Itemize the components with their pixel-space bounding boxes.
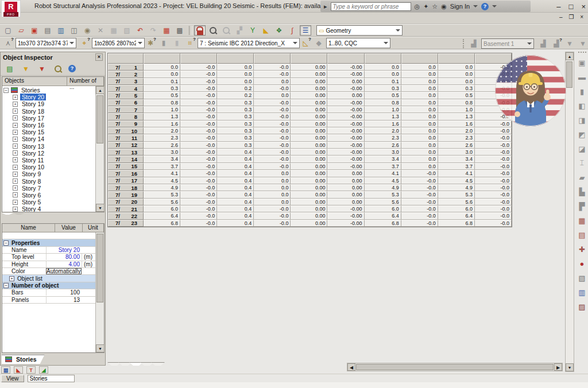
grid-unit-header[interactable]: Unit	[83, 224, 104, 232]
row-header[interactable]: 7/6	[108, 99, 144, 106]
new-file-icon[interactable]: ▢	[2, 25, 14, 36]
inspector-close-icon[interactable]: ×	[95, 53, 103, 61]
tree-scrollbar[interactable]: ▲ ▼	[95, 86, 104, 212]
tree-scroll-up-icon[interactable]: ▲	[96, 86, 105, 94]
table-row[interactable]: 7/6 0.8-0.00.3-0.00.00-0.000.80.00.8-0.0	[108, 99, 512, 106]
table-row[interactable]: 7/12 2.6-0.00.3-0.00.00-0.002.60.02.6-0.…	[108, 142, 512, 149]
maximize-button[interactable]: □	[569, 2, 574, 11]
row-header[interactable]: 7/18	[108, 184, 144, 191]
beam-icon[interactable]: ◧	[577, 100, 587, 111]
toolbar-grip[interactable]	[463, 39, 466, 48]
delete-filter-icon[interactable]: ▼	[36, 64, 48, 74]
tables-icon[interactable]: ▥	[577, 287, 587, 297]
help-icon[interactable]: ?	[481, 3, 489, 10]
row-header[interactable]: 7/20	[108, 199, 144, 205]
row-header[interactable]: 7/8	[108, 113, 144, 120]
axes-grid-icon[interactable]: ▤	[577, 230, 587, 240]
inspector-help-icon[interactable]: ?	[68, 65, 76, 72]
property-row[interactable]: Panels 13	[2, 297, 95, 304]
table-header-cell[interactable]	[144, 53, 180, 64]
table-row[interactable]: 7/18 4.9-0.00.40.00.000.004.9-0.04.9-0.0	[108, 184, 512, 191]
inspector-tab[interactable]	[13, 213, 25, 215]
property-row[interactable]: Height 4.00 (m)	[2, 261, 95, 268]
communication-center-icon[interactable]: ✦	[423, 3, 428, 10]
table-header-cell[interactable]	[108, 53, 144, 64]
table-row[interactable]: 7/5 0.5-0.00.20.00.000.000.50.00.5-0.0	[108, 92, 512, 99]
tree-item-story[interactable]: + Story 11	[2, 157, 95, 164]
tree-item-story[interactable]: + Story 7	[2, 185, 95, 192]
layout-selector[interactable]: ▭ Geometry	[316, 25, 403, 36]
table-row[interactable]: 7/16 4.1-0.00.40.00.000.004.1-0.04.1-0.0	[108, 170, 512, 177]
row-header[interactable]: 7/1	[108, 64, 144, 71]
row-header[interactable]: 7/3	[108, 78, 144, 85]
releases-icon[interactable]: ●	[577, 258, 587, 269]
property-row[interactable]: Top level 80.00 (m)	[2, 254, 95, 261]
separator[interactable]	[189, 26, 192, 35]
inspector-tab[interactable]	[2, 213, 13, 215]
property-row[interactable]: Name Story 20	[2, 247, 95, 254]
row-header[interactable]: 7/21	[108, 205, 144, 212]
panel-selection-combo[interactable]: 1to2805 2807to281	[92, 38, 145, 48]
tree-item-story[interactable]: + Story 20	[2, 94, 95, 100]
table-row[interactable]: 7/15 3.7-0.00.4-0.00.00-0.003.70.03.7-0.…	[108, 163, 512, 170]
menu-item[interactable]	[55, 17, 65, 20]
window-selection-2-icon[interactable]: ▮	[171, 38, 183, 48]
property-row[interactable]: Bars 100	[2, 289, 95, 296]
menu-item[interactable]	[45, 17, 55, 20]
tree-item-story[interactable]: + Story 18	[2, 108, 95, 115]
section-view-icon[interactable]: T	[26, 366, 36, 374]
window-selection-icon[interactable]: ▮	[158, 38, 169, 48]
tree-item-story[interactable]: + Story 10	[2, 164, 95, 170]
zoom-icon[interactable]	[207, 25, 219, 36]
sign-in-button[interactable]: Sign In	[450, 3, 470, 10]
section-cuts-icon[interactable]: ▨	[577, 301, 587, 312]
user-icon[interactable]: ◉	[441, 3, 447, 10]
property-row[interactable]: + Object list	[2, 275, 95, 282]
stories-levels-icon[interactable]: ▦	[577, 215, 587, 226]
delete-icon[interactable]: ✕	[95, 25, 106, 36]
table-row[interactable]: 7/7 1.0-0.00.3-0.00.00-0.001.00.01.0-0.0	[108, 106, 512, 113]
row-header[interactable]: 7/15	[108, 163, 144, 170]
material-icon[interactable]: ▰	[577, 172, 587, 183]
scroll-left-icon[interactable]: ◀	[347, 363, 355, 371]
menu-item[interactable]	[158, 17, 169, 20]
search-icon[interactable]	[52, 64, 64, 74]
property-row[interactable]: Color Automatically	[2, 268, 95, 275]
menu-item[interactable]	[86, 17, 96, 20]
supports-icon[interactable]: ✚	[577, 244, 587, 254]
grid-value-header[interactable]: Value	[55, 224, 83, 232]
view-manager-icon[interactable]: ☰	[300, 25, 311, 36]
level-selection-icon[interactable]: ⌗	[184, 38, 196, 48]
horizontal-scrollbar[interactable]: ◀ ▶	[347, 363, 563, 371]
paste-icon[interactable]: ▧	[121, 25, 133, 36]
tree-item-story[interactable]: + Story 12	[2, 150, 95, 157]
view-name-field[interactable]	[28, 375, 75, 382]
table-row[interactable]: 7/3 0.1-0.00.00.00.000.000.10.00.0-0.0	[108, 78, 512, 85]
tree-item-story[interactable]: + Story 8	[2, 177, 95, 184]
bar-selection-combo[interactable]: 1to370 372to374 37	[16, 38, 76, 48]
tree-scroll-down-icon[interactable]: ▼	[96, 204, 105, 212]
row-header[interactable]: 7/10	[108, 127, 144, 134]
signin-caret-icon[interactable]	[473, 5, 478, 7]
nodes-icon[interactable]: ▣	[577, 57, 587, 68]
table-header-cell[interactable]	[438, 53, 475, 64]
table-header-cell[interactable]	[365, 53, 401, 64]
table-row[interactable]: 7/8 1.3-0.00.3-0.00.00-0.001.30.01.3-0.0	[108, 113, 512, 120]
table-row[interactable]: 7/2 0.0-0.00.0-0.00.00-0.000.00.00.0-0.0	[108, 71, 512, 77]
layers-view-icon[interactable]: ◢	[39, 366, 48, 374]
copy-icon[interactable]: ▦	[108, 25, 119, 36]
table-row[interactable]: 7/1 0.0-0.00.0-0.00.00-0.000.00.00.0-0.0	[108, 64, 512, 71]
mode-selection-icon[interactable]: ◆	[313, 38, 324, 48]
menu-item[interactable]	[138, 17, 148, 20]
menu-item[interactable]	[65, 17, 76, 20]
row-header[interactable]: 7/17	[108, 177, 144, 184]
property-row[interactable]	[2, 232, 95, 239]
pan-icon[interactable]: ▞	[234, 25, 245, 36]
menu-item[interactable]	[107, 17, 117, 20]
table-row[interactable]: 7/10 2.0-0.00.3-0.00.00-0.002.00.02.0-0.…	[108, 127, 512, 134]
undo-icon[interactable]: ↶	[134, 25, 146, 36]
table-row[interactable]: 7/20 5.6-0.00.40.00.000.005.6-0.05.6-0.0	[108, 199, 512, 205]
row-header[interactable]: 7/12	[108, 142, 144, 149]
save-icon[interactable]: ▣	[29, 25, 40, 36]
grid-scroll-down-icon[interactable]: ▼	[96, 344, 105, 352]
